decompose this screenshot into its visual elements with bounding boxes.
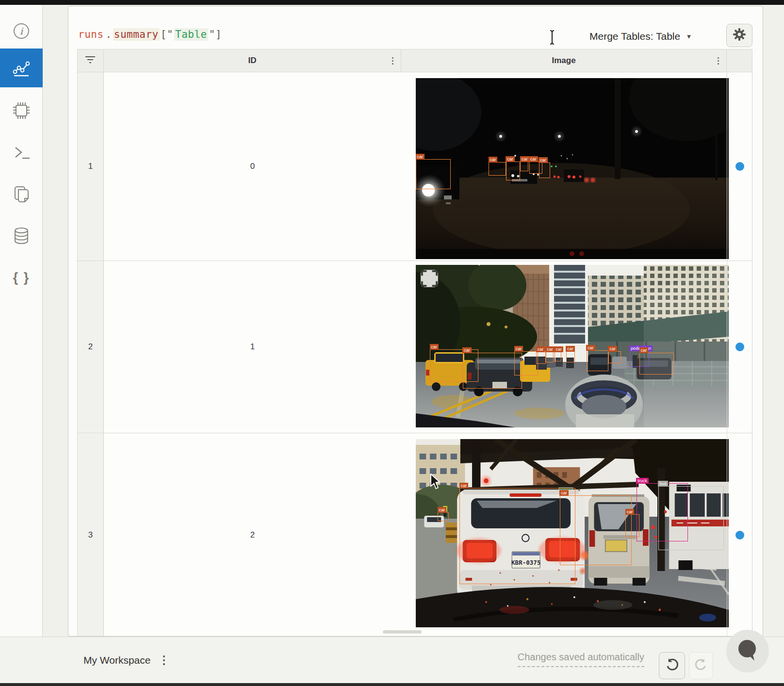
bounding-box-car: car (463, 353, 523, 389)
redo-button-disabled[interactable] (689, 652, 713, 679)
bounding-box-car: car (438, 512, 449, 521)
database-icon (11, 226, 32, 246)
row-index: 2 (88, 342, 93, 352)
column-header-image[interactable]: Image (401, 49, 727, 72)
bounding-box-label: car (506, 156, 515, 162)
sidebar-item-files[interactable] (0, 175, 43, 213)
undo-button[interactable] (659, 652, 685, 679)
cpu-icon (11, 100, 32, 121)
row-index: 1 (88, 162, 93, 171)
row-selected-dot[interactable] (735, 531, 744, 539)
row-selected-dot[interactable] (735, 343, 744, 351)
bounding-box-label: car (489, 157, 498, 163)
expand-image-button[interactable] (421, 270, 438, 287)
bounding-box-label: car (459, 483, 469, 489)
bounding-box-label: car (545, 346, 555, 352)
workspace-menu-icon[interactable] (163, 655, 165, 665)
query-token: summary (113, 28, 160, 41)
text-cursor-icon (549, 30, 555, 47)
bounding-box-label: car (554, 346, 563, 352)
table-header-row: ID Image (77, 49, 752, 72)
help-chat-button[interactable] (726, 630, 769, 672)
sidebar-item-logs[interactable] (0, 133, 43, 172)
id-value: 2 (250, 530, 255, 540)
query-token: [" (160, 28, 174, 41)
bounding-box-label: car (462, 347, 472, 353)
sidebar-item-artifacts[interactable] (0, 216, 43, 255)
filter-header-cell[interactable] (78, 49, 104, 72)
screen: i { } (0, 0, 784, 686)
autosave-status: Changes saved automatically (518, 652, 644, 667)
id-value: 1 (250, 342, 255, 352)
horizontal-scrollbar-thumb[interactable] (383, 630, 422, 634)
table-row: 3 2 (77, 433, 752, 637)
row-index-cell: 3 (78, 433, 104, 637)
bounding-box-label: car (625, 509, 635, 515)
copy-icon (11, 184, 32, 204)
query-token: Table (174, 28, 208, 41)
undo-icon (665, 657, 679, 674)
bounding-box-bus: bus (658, 486, 724, 550)
row-image-city-street[interactable]: carcarcarcarcarcarcarcarcarpedestriancar (416, 265, 729, 427)
line-chart-icon (11, 57, 32, 79)
workspace-title: My Workspace (83, 654, 150, 666)
top-black-bar (0, 0, 784, 5)
image-column-menu-icon[interactable] (715, 55, 721, 66)
bounding-box-car: car (459, 488, 575, 584)
id-cell: 1 (104, 261, 401, 433)
bounding-box-car: car (416, 159, 451, 189)
row-image-traffic-under-bridge[interactable]: KBR-0375 (416, 439, 729, 627)
bounding-box-car: car (536, 352, 545, 364)
bounding-box-label: car (539, 157, 548, 163)
row-index-cell: 1 (78, 72, 104, 261)
id-column-menu-icon[interactable] (389, 55, 396, 66)
chevron-down-icon: ▾ (687, 32, 691, 41)
bounding-box-label: car (416, 154, 425, 160)
sidebar-item-system[interactable] (0, 91, 43, 130)
column-header-image-label: Image (552, 56, 575, 65)
bounding-box-layer: carcarcarcartruckbus (416, 439, 729, 627)
bounding-box-label: car (529, 156, 538, 162)
bounding-box-label: truck (636, 478, 649, 484)
svg-text:i: i (20, 26, 24, 36)
column-header-id-label: ID (248, 56, 256, 65)
bounding-box-car: car (560, 495, 632, 565)
bounding-box-car: car (546, 352, 554, 362)
bounding-box-car: car (555, 352, 561, 361)
sidebar-item-info[interactable]: i (0, 12, 43, 50)
column-header-actions (727, 49, 752, 72)
table-row: 2 1 (77, 261, 752, 433)
bounding-box-car: car (506, 162, 521, 180)
row-actions-cell (727, 72, 752, 261)
bounding-box-label: car (438, 507, 447, 513)
row-selected-dot[interactable] (735, 162, 744, 171)
query-token: "] (208, 28, 223, 41)
bounding-box-car: car (587, 350, 608, 372)
redo-icon (694, 658, 708, 673)
query-token: runs (77, 28, 105, 41)
panel-settings-button[interactable] (726, 24, 752, 47)
filter-icon (84, 55, 96, 66)
bounding-box-car: car (520, 162, 528, 171)
gear-icon (733, 28, 746, 43)
image-cell: KBR-0375 (401, 433, 727, 637)
table-panel-card: runs.summary["Table"] Merge Tables: Tabl… (68, 6, 763, 637)
info-icon: i (12, 21, 31, 41)
query-token: . (105, 28, 113, 41)
bounding-box-car: car (639, 353, 674, 375)
merge-tables-dropdown[interactable]: Merge Tables: Table ▾ (589, 31, 691, 42)
row-index: 3 (88, 530, 93, 540)
bounding-box-label: car (514, 346, 523, 352)
sidebar-item-charts[interactable] (0, 49, 43, 87)
chat-bubble-icon (735, 637, 760, 665)
row-image-night-drive[interactable]: carcarcarcarcarcar (416, 78, 729, 259)
bounding-box-label: car (639, 347, 649, 353)
column-header-id[interactable]: ID (104, 49, 401, 72)
panel-query[interactable]: runs.summary["Table"] (77, 29, 223, 40)
merge-tables-label: Merge Tables: Table (589, 31, 680, 42)
bounding-box-label: car (566, 346, 575, 352)
bounding-box-label: car (520, 156, 529, 162)
bounding-box-label: car (608, 346, 617, 352)
bounding-box-car: car (539, 163, 551, 178)
sidebar-item-code[interactable]: { } (0, 258, 43, 297)
